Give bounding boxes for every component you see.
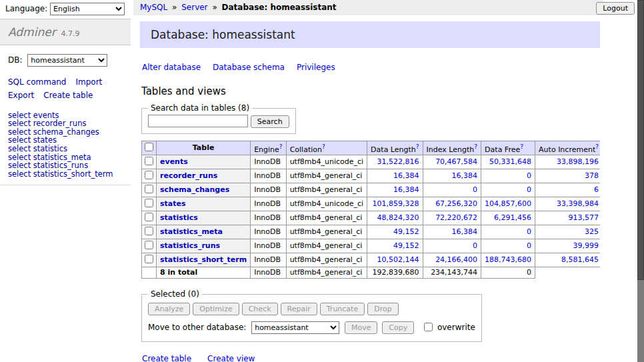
data-free-link[interactable]: 0 xyxy=(527,171,531,180)
overwrite-checkbox[interactable] xyxy=(424,323,433,331)
column-label: Collation xyxy=(290,145,322,153)
selected-buttons: AnalyzeOptimizeCheckRepairTruncateDrop xyxy=(148,303,475,315)
collation-cell: utf8mb4_unicode_ci xyxy=(286,197,367,211)
data-length-link[interactable]: 49,152 xyxy=(393,227,419,236)
table-row-events: eventsInnoDButf8mb4_unicode_ci31,522,816… xyxy=(142,155,601,169)
sidebar-select-statistics-short-term[interactable]: select statistics_short_term xyxy=(8,170,123,179)
move-button[interactable]: Move xyxy=(345,321,378,334)
auto-increment-link[interactable]: 33,898,196 xyxy=(557,157,599,166)
index-length-link[interactable]: 24,166,400 xyxy=(435,255,477,264)
data-free-link[interactable]: 0 xyxy=(527,241,531,250)
copy-button[interactable]: Copy xyxy=(382,321,414,334)
optimize-button[interactable]: Optimize xyxy=(193,303,239,315)
sidebar-action-export[interactable]: Export xyxy=(8,89,34,103)
table-name-link[interactable]: statistics xyxy=(160,213,198,222)
check-button[interactable]: Check xyxy=(242,303,278,315)
row-checkbox[interactable] xyxy=(145,255,153,263)
table-name-link[interactable]: statistics_runs xyxy=(160,241,220,250)
db-select[interactable]: homeassistant xyxy=(27,54,107,67)
sidebar-action-sql-command[interactable]: SQL command xyxy=(8,76,66,89)
move-db-select[interactable]: homeassistant xyxy=(251,321,339,334)
breadcrumb-link-server[interactable]: Server xyxy=(181,3,207,12)
search-button[interactable]: Search xyxy=(251,115,289,128)
breadcrumb-link-mysql[interactable]: MySQL xyxy=(140,3,167,12)
data-free-link[interactable]: 188,743,680 xyxy=(485,255,531,264)
breadcrumb: MySQL » Server » Database: homeassistant xyxy=(133,0,603,15)
logout-button[interactable]: Logout xyxy=(596,2,635,15)
data-length-link[interactable]: 16,384 xyxy=(393,185,419,194)
index-length-link[interactable]: 0 xyxy=(473,185,477,194)
auto-increment-link[interactable]: 6 xyxy=(594,185,599,194)
auto-increment-link[interactable]: 39,999 xyxy=(573,241,599,250)
language-select[interactable]: English xyxy=(50,3,125,15)
data-length-link[interactable]: 31,522,816 xyxy=(377,157,419,166)
row-checkbox[interactable] xyxy=(145,157,153,165)
table-name-link[interactable]: recorder_runs xyxy=(160,171,217,180)
db-action-privileges[interactable]: Privileges xyxy=(297,63,335,72)
table-name-link[interactable]: statistics_short_term xyxy=(160,255,247,264)
adminer-logo-link[interactable]: Adminer xyxy=(8,25,56,39)
data-free-link[interactable]: 0 xyxy=(527,227,531,236)
data-length-link[interactable]: 16,384 xyxy=(393,171,419,180)
sidebar-select-statistics-runs[interactable]: select statistics_runs xyxy=(8,161,123,170)
search-input[interactable] xyxy=(148,115,248,127)
sidebar-action-import[interactable]: Import xyxy=(75,76,102,89)
help-link[interactable]: ? xyxy=(279,143,283,150)
index-length-link[interactable]: 70,467,584 xyxy=(435,157,477,166)
bottom-create-view[interactable]: Create view xyxy=(207,354,255,362)
sidebar-action-create-table[interactable]: Create table xyxy=(43,89,93,103)
overwrite-label: overwrite xyxy=(437,323,475,332)
index-length-link[interactable]: 16,384 xyxy=(452,227,478,236)
scrollbar-thumb[interactable] xyxy=(637,0,644,280)
help-link[interactable]: ? xyxy=(474,143,477,150)
db-action-database-schema[interactable]: Database schema xyxy=(213,63,285,72)
data-length-link[interactable]: 48,824,320 xyxy=(377,213,419,222)
row-checkbox[interactable] xyxy=(145,199,153,207)
index-length-cell: 16,384 xyxy=(423,169,481,183)
help-link[interactable]: ? xyxy=(595,143,599,150)
data-free-link[interactable]: 6,291,456 xyxy=(494,213,531,222)
data-free-link[interactable]: 104,857,600 xyxy=(485,199,531,208)
index-length-cell: 16,384 xyxy=(423,225,481,239)
sidebar-select-statistics[interactable]: select statistics xyxy=(8,145,123,153)
sidebar-select-recorder-runs[interactable]: select recorder_runs xyxy=(8,119,123,128)
row-checkbox-cell xyxy=(142,225,157,239)
index-length-link[interactable]: 72,220,672 xyxy=(435,213,477,222)
truncate-button[interactable]: Truncate xyxy=(320,303,365,315)
drop-button[interactable]: Drop xyxy=(367,303,398,315)
data-free-link[interactable]: 0 xyxy=(527,185,531,194)
bottom-create-table[interactable]: Create table xyxy=(142,354,191,362)
row-checkbox[interactable] xyxy=(145,213,153,221)
row-checkbox[interactable] xyxy=(145,227,153,235)
index-length-link[interactable]: 0 xyxy=(473,241,477,250)
select-all-checkbox[interactable] xyxy=(145,143,153,151)
table-name-link[interactable]: states xyxy=(160,199,186,208)
data-length-link[interactable]: 49,152 xyxy=(393,241,419,250)
index-length-link[interactable]: 16,384 xyxy=(452,171,478,180)
data-length-link[interactable]: 101,859,328 xyxy=(373,199,419,208)
auto-increment-link[interactable]: 325 xyxy=(585,227,599,236)
repair-button[interactable]: Repair xyxy=(281,303,317,315)
auto-increment-link[interactable]: 8,581,645 xyxy=(561,255,599,264)
row-checkbox[interactable] xyxy=(145,241,153,249)
table-name-link[interactable]: statistics_meta xyxy=(160,227,223,236)
index-length-link[interactable]: 67,256,320 xyxy=(435,199,477,208)
help-link[interactable]: ? xyxy=(416,143,419,150)
db-label: DB: xyxy=(8,55,23,65)
table-name-link[interactable]: schema_changes xyxy=(160,185,229,194)
auto-increment-link[interactable]: 913,577 xyxy=(569,213,599,222)
auto-increment-cell: 33,898,196 xyxy=(535,155,600,169)
auto-increment-link[interactable]: 378 xyxy=(585,171,599,180)
scrollbar[interactable] xyxy=(637,0,644,362)
help-link[interactable]: ? xyxy=(322,143,325,150)
auto-increment-link[interactable]: 33,398,984 xyxy=(557,199,599,208)
db-action-alter-database[interactable]: Alter database xyxy=(142,63,201,72)
data-length-link[interactable]: 10,502,144 xyxy=(377,255,419,264)
row-checkbox[interactable] xyxy=(145,171,153,179)
analyze-button[interactable]: Analyze xyxy=(148,303,190,315)
breadcrumb-separator: » xyxy=(172,3,177,12)
help-link[interactable]: ? xyxy=(520,143,523,150)
table-name-link[interactable]: events xyxy=(160,157,188,166)
row-checkbox[interactable] xyxy=(145,185,153,193)
data-free-link[interactable]: 50,331,648 xyxy=(489,157,531,166)
